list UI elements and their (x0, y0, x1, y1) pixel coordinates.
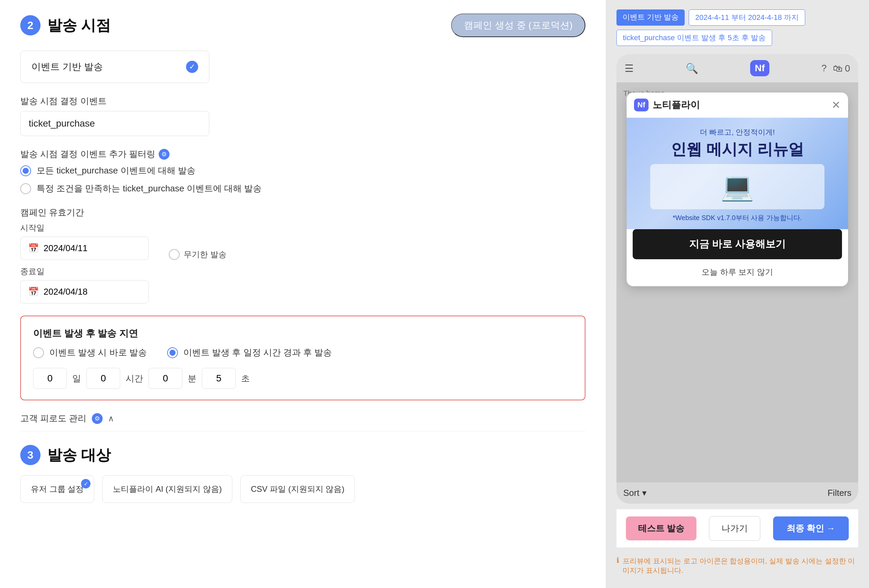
start-label: 시작일 (20, 222, 148, 233)
confirm-button[interactable]: 최종 확인 → (773, 517, 849, 541)
left-panel: 2 발송 시점 캠페인 생성 중 (프로덕션) 이벤트 기반 발송 ✓ 발송 시… (0, 0, 606, 588)
event-based-label: 이벤트 기반 발송 (31, 61, 103, 73)
delay-delayed-label: 이벤트 발생 후 일정 시간 경과 후 발송 (183, 347, 332, 358)
start-date-input[interactable]: 📅 2024/04/11 (20, 237, 148, 260)
delay-seconds-unit: 초 (241, 373, 250, 384)
filter-label-row: 발송 시점 결정 이벤트 추가 필터링 ⚙ (20, 148, 586, 160)
delay-delayed-radio-outer (167, 347, 178, 358)
filter-radio-condition[interactable]: 특정 조건을 만족하는 ticket_purchase 이벤트에 대해 발송 (20, 183, 586, 194)
campaign-status-badge[interactable]: 캠페인 생성 중 (프로덕션) (451, 13, 586, 37)
target-card-0-check: ✓ (81, 479, 90, 489)
footer-note-text: 프리뷰에 표시되는 로고 아이콘은 합성용이며, 실제 발송 시에는 설정한 이… (623, 556, 858, 575)
infinite-radio (169, 249, 179, 260)
nf-logo: Nf (750, 60, 770, 76)
exit-button[interactable]: 나가기 (709, 516, 760, 541)
section3-title: 발송 대상 (47, 445, 111, 465)
delay-hours-input[interactable] (86, 368, 120, 389)
test-send-button[interactable]: 테스트 발송 (626, 517, 697, 541)
target-cards: 유저 그룹 설정 ✓ 노티플라이 AI (지원되지 않음) CSV 파일 (지원… (20, 475, 586, 503)
section2-title: 발송 시점 (47, 16, 111, 36)
info-icon: ℹ (617, 556, 619, 564)
phone-cart-icon: 🛍 0 (833, 63, 850, 74)
modal-close-icon[interactable]: ✕ (832, 99, 841, 111)
delay-seconds-input[interactable] (202, 368, 236, 389)
end-date-col: 종료일 📅 2024/04/18 (20, 266, 586, 304)
section2-header: 2 발송 시점 캠페인 생성 중 (프로덕션) (20, 13, 586, 37)
delay-days-input[interactable] (33, 368, 67, 389)
infinite-option[interactable]: 무기한 발송 (169, 249, 227, 260)
modal-sdk-note: *Website SDK v1.7.0부터 사용 가능합니다. (635, 213, 840, 222)
fatigue-gear-icon[interactable]: ⚙ (92, 413, 102, 424)
sort-chevron-icon: ▾ (642, 488, 647, 498)
filter-radio-all-label: 모든 ticket_purchase 이벤트에 대해 발송 (37, 165, 196, 176)
end-date-value: 2024/04/18 (43, 287, 87, 297)
modal-device-visual: 💻 (650, 164, 825, 209)
modal-brand-name: 노티플라이 (652, 99, 700, 111)
phone-search-icon: 🔍 (686, 62, 698, 74)
event-based-check: ✓ (186, 61, 198, 73)
event-based-card[interactable]: 이벤트 기반 발송 ✓ (20, 50, 209, 83)
delay-title: 이벤트 발생 후 발송 지연 (33, 327, 572, 340)
step3-badge: 3 (20, 445, 40, 465)
delay-immediate-radio (33, 347, 44, 358)
phone-help-icon: ? (822, 63, 827, 74)
event-based-form-group: 이벤트 기반 발송 ✓ (20, 50, 586, 83)
tag-0: 이벤트 기반 발송 (617, 9, 685, 26)
modal-logo: Nf (634, 99, 648, 111)
phone-sort-button[interactable]: Sort ▾ (623, 488, 647, 498)
filter-label: 발송 시점 결정 이벤트 추가 필터링 (20, 148, 155, 160)
target-card-1[interactable]: 노티플라이 AI (지원되지 않음) (102, 475, 232, 503)
phone-filter-button[interactable]: Filters (827, 488, 851, 498)
radio-all-inner (22, 168, 29, 174)
section2-title-row: 2 발송 시점 (20, 15, 111, 36)
laptop-icon: 💻 (721, 171, 754, 203)
start-date-value: 2024/04/11 (43, 243, 87, 253)
delay-immediate-label: 이벤트 발생 시 바로 발송 (49, 347, 147, 358)
delay-radio-row: 이벤트 발생 시 바로 발송 이벤트 발생 후 일정 시간 경과 후 발송 (33, 347, 572, 358)
phone-mockup: ☰ 🔍 Nf ? 🛍 0 Thoug home, Nf 노티플라이 (617, 54, 858, 504)
filter-group: 발송 시점 결정 이벤트 추가 필터링 ⚙ 모든 ticket_purchase… (20, 148, 586, 194)
inapp-modal: Nf 노티플라이 ✕ 더 빠르고, 안정적이게! 인웹 메시지 리뉴얼 💻 *W… (627, 92, 848, 286)
calendar-icon-start: 📅 (28, 243, 39, 253)
delay-minutes-input[interactable] (148, 368, 182, 389)
target-card-2-label: CSV 파일 (지원되지 않음) (251, 484, 344, 493)
filter-gear-icon[interactable]: ⚙ (159, 149, 169, 160)
fatigue-label: 고객 피로도 관리 (20, 412, 86, 424)
phone-content-area: Thoug home, Nf 노티플라이 ✕ 더 빠르고, 안정적이게! 인웹 … (617, 82, 858, 482)
delay-radio-immediate[interactable]: 이벤트 발생 시 바로 발송 (33, 347, 147, 358)
target-card-1-label: 노티플라이 AI (지원되지 않음) (113, 484, 222, 493)
filter-radio-group: 모든 ticket_purchase 이벤트에 대해 발송 특정 조건을 만족하… (20, 165, 586, 194)
delay-days-unit: 일 (72, 373, 81, 384)
footer-note: ℹ 프리뷰에 표시되는 로고 아이콘은 합성용이며, 실제 발송 시에는 설정한… (617, 553, 858, 579)
radio-all-outer (20, 165, 31, 176)
modal-dismiss-button[interactable]: 오늘 하루 보지 않기 (627, 263, 848, 281)
delay-inputs: 일 시간 분 초 (33, 368, 572, 389)
filter-radio-condition-label: 특정 조건을 만족하는 ticket_purchase 이벤트에 대해 발송 (37, 183, 262, 194)
filter-radio-all[interactable]: 모든 ticket_purchase 이벤트에 대해 발송 (20, 165, 586, 176)
right-panel: 이벤트 기반 발송 2024-4-11 부터 2024-4-18 까지 tick… (606, 0, 869, 588)
phone-sort-filter-bar: Sort ▾ Filters (617, 482, 858, 504)
section3-header: 3 발송 대상 (20, 445, 586, 465)
modal-cta-button[interactable]: 지금 바로 사용해보기 (633, 229, 842, 259)
delay-minutes-unit: 분 (188, 373, 196, 384)
fatigue-chevron-icon[interactable]: ∧ (108, 414, 114, 423)
infinite-label: 무기한 발송 (184, 249, 227, 260)
target-card-0[interactable]: 유저 그룹 설정 ✓ (20, 475, 94, 503)
target-card-0-label: 유저 그룹 설정 (31, 484, 84, 493)
sort-label: Sort (623, 488, 639, 498)
phone-menu-icon: ☰ (624, 62, 634, 74)
modal-header: Nf 노티플라이 ✕ (627, 92, 848, 118)
end-date-input[interactable]: 📅 2024/04/18 (20, 280, 148, 304)
phone-right-icons: ? 🛍 0 (822, 63, 850, 74)
bottom-action-bar: 테스트 발송 나가기 최종 확인 → (617, 509, 858, 548)
fatigue-row: 고객 피로도 관리 ⚙ ∧ (20, 412, 586, 424)
delay-radio-delayed[interactable]: 이벤트 발생 후 일정 시간 경과 후 발송 (167, 347, 332, 358)
radio-condition-outer (20, 183, 31, 194)
trigger-event-input[interactable] (20, 111, 209, 136)
tag-2: ticket_purchase 이벤트 발생 후 5초 후 발송 (617, 30, 772, 46)
step2-badge: 2 (20, 15, 40, 36)
preview-tags: 이벤트 기반 발송 2024-4-11 부터 2024-4-18 까지 tick… (617, 9, 858, 46)
campaign-period-label: 캠페인 유효기간 (20, 207, 586, 218)
modal-brand: Nf 노티플라이 (634, 99, 700, 111)
target-card-2[interactable]: CSV 파일 (지원되지 않음) (240, 475, 355, 503)
